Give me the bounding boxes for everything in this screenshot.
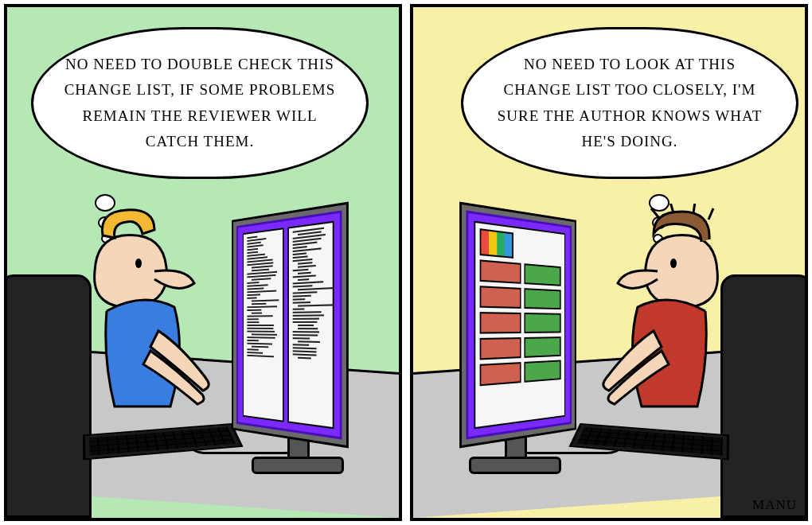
panel-author: No need to double check this change list… xyxy=(4,4,402,521)
svg-point-1 xyxy=(670,259,677,268)
thought-text-author: No need to double check this change list… xyxy=(64,56,336,150)
svg-point-0 xyxy=(135,259,142,268)
thought-text-reviewer: No need to look at this change list too … xyxy=(498,56,762,150)
monitor-reviewer xyxy=(459,201,576,448)
artist-signature: MANU xyxy=(752,497,797,513)
comic-strip: No need to double check this change list… xyxy=(0,0,812,525)
thought-bubble-author: No need to double check this change list… xyxy=(31,27,369,179)
diff-tool-logo-icon xyxy=(480,228,513,259)
screen-code-editor xyxy=(236,210,342,439)
panel-reviewer: No need to look at this change list too … xyxy=(410,4,808,521)
thought-bubble-reviewer: No need to look at this change list too … xyxy=(461,27,798,179)
monitor-author xyxy=(232,201,349,448)
screen-diff-view xyxy=(466,210,571,439)
